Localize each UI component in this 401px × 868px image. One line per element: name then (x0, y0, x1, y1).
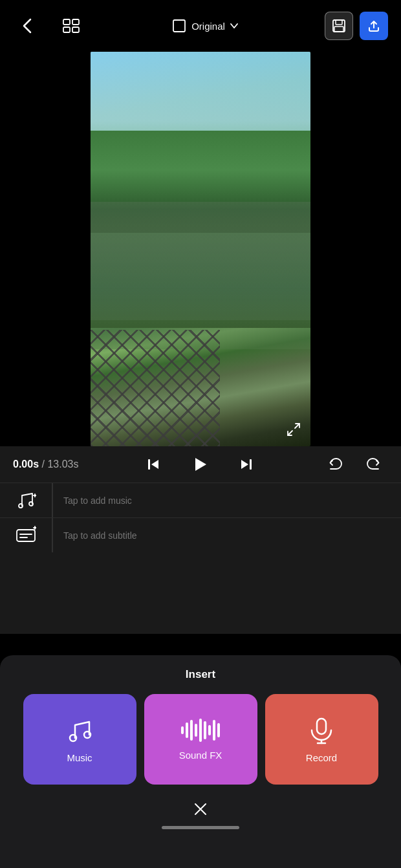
back-button[interactable] (13, 12, 41, 40)
subtitle-placeholder-text: Tap to add subtitle (63, 530, 137, 541)
soundwave-icon (181, 719, 220, 742)
skip-back-button[interactable] (139, 450, 168, 479)
svg-rect-9 (250, 459, 252, 470)
playback-controls: 0.00s / 13.03s (0, 446, 401, 483)
fullscreen-button[interactable] (283, 419, 304, 440)
video-preview (91, 52, 310, 446)
svg-rect-21 (317, 719, 326, 734)
subtitle-track-icon-cell (0, 525, 52, 546)
svg-rect-3 (72, 27, 79, 32)
subtitle-track-row[interactable]: Tap to add subtitle (0, 517, 401, 552)
music-track-placeholder: Tap to add music (52, 483, 401, 517)
play-button[interactable] (186, 450, 214, 479)
skip-forward-button[interactable] (232, 450, 261, 479)
svg-rect-7 (334, 27, 343, 32)
share-button[interactable] (360, 12, 388, 40)
current-time: 0.00s (13, 459, 39, 470)
close-button[interactable] (13, 800, 388, 818)
header-right (325, 12, 388, 40)
svg-rect-0 (63, 19, 70, 25)
music-track-row[interactable]: Tap to add music (0, 483, 401, 517)
controls-right (321, 450, 388, 479)
svg-rect-2 (72, 19, 79, 25)
svg-rect-14 (17, 530, 35, 541)
header-left (13, 12, 85, 40)
insert-panel: Insert Music Sound FX (0, 655, 401, 868)
insert-record-label: Record (306, 752, 337, 763)
microphone-icon (307, 716, 336, 744)
aspect-ratio-icon (172, 19, 186, 33)
svg-rect-8 (148, 459, 150, 470)
time-display: 0.00s / 13.03s (13, 459, 78, 470)
video-frame (91, 52, 310, 446)
total-time: 13.03s (47, 459, 78, 470)
aspect-label: Original (191, 21, 225, 32)
music-track-icon-cell (0, 490, 52, 511)
insert-music-button[interactable]: Music (23, 694, 136, 785)
svg-rect-4 (173, 20, 185, 32)
insert-soundfx-button[interactable]: Sound FX (144, 694, 257, 785)
subtitle-track-placeholder: Tap to add subtitle (52, 518, 401, 552)
save-button[interactable] (325, 12, 353, 40)
redo-button[interactable] (360, 450, 388, 479)
subtitle-add-icon (16, 525, 36, 546)
timeline-area: 0.00s / 13.03s (0, 446, 401, 634)
home-indicator (162, 826, 239, 829)
music-icon (65, 716, 94, 744)
insert-record-button[interactable]: Record (265, 694, 378, 785)
header: Original (0, 0, 401, 52)
dropdown-arrow-icon (230, 23, 238, 28)
music-add-icon (16, 490, 36, 511)
undo-button[interactable] (321, 450, 349, 479)
library-button[interactable] (57, 12, 85, 40)
insert-title: Insert (13, 668, 388, 681)
insert-grid: Music Sound FX (13, 694, 388, 785)
svg-rect-6 (336, 20, 342, 25)
header-center: Original (172, 19, 238, 33)
insert-music-label: Music (67, 752, 92, 763)
controls-center (139, 450, 261, 479)
close-icon (191, 800, 210, 818)
insert-soundfx-label: Sound FX (179, 750, 222, 761)
svg-rect-1 (63, 27, 70, 32)
music-placeholder-text: Tap to add music (63, 495, 132, 506)
